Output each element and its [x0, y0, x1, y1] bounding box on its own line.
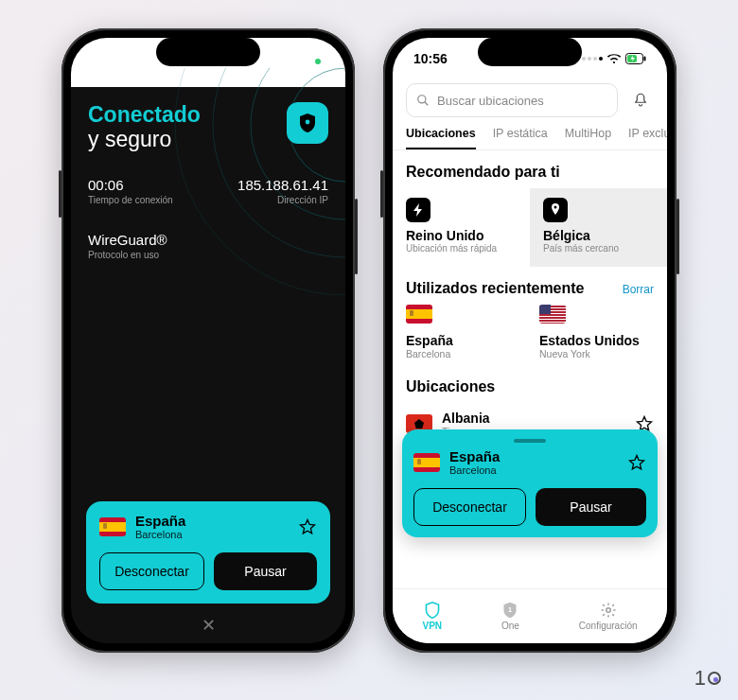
status-time: 10:56 [413, 51, 448, 66]
app-shield-icon[interactable] [287, 102, 328, 144]
recent-name: Estados Unidos [539, 333, 654, 348]
sheet-country: España [449, 448, 618, 464]
wifi-icon [606, 53, 622, 64]
screen-locations: 10:56 Buscar ubicaciones Ubicaciones [393, 38, 667, 643]
recent-sub: Barcelona [406, 348, 520, 359]
svg-point-4 [306, 120, 310, 125]
status-title: Conectado [88, 102, 201, 127]
favorite-star-icon[interactable] [627, 453, 646, 472]
favorite-star-icon[interactable] [298, 517, 317, 536]
tab-locations[interactable]: Ubicaciones [406, 127, 476, 149]
protocol-label: Protocolo en uso [88, 250, 328, 260]
phone-right: 10:56 Buscar ubicaciones Ubicaciones [383, 28, 676, 653]
cellular-icon [582, 57, 603, 61]
flag-spain-icon [99, 517, 126, 536]
search-input[interactable]: Buscar ubicaciones [406, 83, 618, 117]
reco-name: Reino Unido [406, 228, 517, 243]
recent-item-usa[interactable]: Estados Unidos Nueva York [539, 305, 654, 359]
nav-vpn[interactable]: VPN [422, 602, 442, 631]
disconnect-button[interactable]: Desconectar [413, 488, 526, 526]
flag-spain-icon [406, 305, 432, 324]
recent-sub: Nueva York [539, 348, 654, 359]
reco-sub: Ubicación más rápida [406, 243, 517, 254]
pause-button[interactable]: Pausar [536, 488, 646, 526]
svg-point-2 [213, 68, 345, 257]
clear-recent-link[interactable]: Borrar [623, 283, 654, 296]
phone-left: Conectado y seguro 00:06 Tiempo de conex… [62, 28, 355, 653]
recent-name: España [406, 333, 520, 348]
drag-handle[interactable] [514, 439, 546, 443]
search-icon [416, 94, 430, 107]
location-tabs: Ubicaciones IP estática MultiHop IP excl… [393, 127, 667, 150]
status-subtitle: y seguro [88, 127, 201, 151]
screen-connected: Conectado y seguro 00:06 Tiempo de conex… [71, 38, 345, 643]
recording-indicator-icon [315, 59, 321, 64]
close-icon: ✕ [202, 616, 216, 635]
reco-name: Bélgica [543, 228, 654, 243]
location-name: Albania [442, 411, 625, 426]
dynamic-island [478, 38, 582, 66]
reco-card-fastest[interactable]: Reino Unido Ubicación más rápida [393, 188, 530, 267]
pause-button[interactable]: Pausar [214, 552, 317, 590]
bottom-nav: VPN 1 One Configuración [393, 588, 667, 643]
flag-spain-icon [413, 453, 440, 472]
connection-time-label: Tiempo de conexión [88, 195, 173, 205]
protocol-value: WireGuard® [88, 232, 328, 248]
notifications-button[interactable] [627, 87, 654, 114]
dynamic-island [156, 38, 260, 66]
reco-sub: País más cercano [543, 243, 654, 254]
search-placeholder: Buscar ubicaciones [437, 94, 544, 108]
nav-label: Configuración [579, 621, 638, 631]
nav-one[interactable]: 1 One [501, 602, 519, 631]
ip-address-label: Dirección IP [237, 195, 328, 205]
tab-dedicated-ip[interactable]: IP exclusiva [628, 127, 667, 149]
recent-item-spain[interactable]: España Barcelona [406, 305, 520, 359]
watermark-logo-icon [708, 672, 721, 685]
connection-card: España Barcelona Desconectar Pausar [86, 501, 330, 604]
svg-point-8 [418, 96, 426, 103]
svg-line-9 [425, 102, 429, 106]
svg-point-11 [606, 608, 610, 613]
pin-icon [543, 198, 568, 222]
nav-label: VPN [422, 621, 442, 631]
ip-address-value: 185.188.61.41 [237, 177, 328, 193]
svg-text:1: 1 [508, 605, 512, 614]
nav-settings[interactable]: Configuración [579, 602, 638, 631]
locations-heading: Ubicaciones [393, 365, 667, 403]
shield-icon [424, 602, 441, 619]
reco-card-nearest[interactable]: Bélgica País más cercano [530, 188, 667, 267]
nav-label: One [501, 621, 519, 631]
tab-static-ip[interactable]: IP estática [493, 127, 548, 149]
connection-time-value: 00:06 [88, 177, 173, 193]
tab-multihop[interactable]: MultiHop [565, 127, 611, 149]
battery-icon [625, 53, 646, 64]
server-country: España [135, 513, 289, 529]
quick-connect-sheet[interactable]: España Barcelona Desconectar Pausar [402, 429, 658, 537]
sheet-city: Barcelona [449, 464, 618, 477]
bell-icon [632, 92, 649, 109]
gear-icon [600, 602, 617, 619]
shield-one-icon: 1 [501, 602, 518, 619]
close-button[interactable]: ✕ [88, 604, 328, 643]
disconnect-button[interactable]: Desconectar [99, 552, 204, 590]
flag-usa-icon [539, 305, 566, 324]
phones-container: Conectado y seguro 00:06 Tiempo de conex… [0, 0, 738, 681]
recommended-heading: Recomendado para ti [393, 150, 667, 188]
watermark: 1 [694, 666, 721, 691]
lightning-icon [406, 198, 430, 222]
watermark-text: 1 [694, 666, 706, 691]
svg-rect-7 [644, 57, 646, 61]
server-city: Barcelona [135, 529, 289, 541]
recent-heading: Utilizados recientemente [406, 280, 585, 297]
